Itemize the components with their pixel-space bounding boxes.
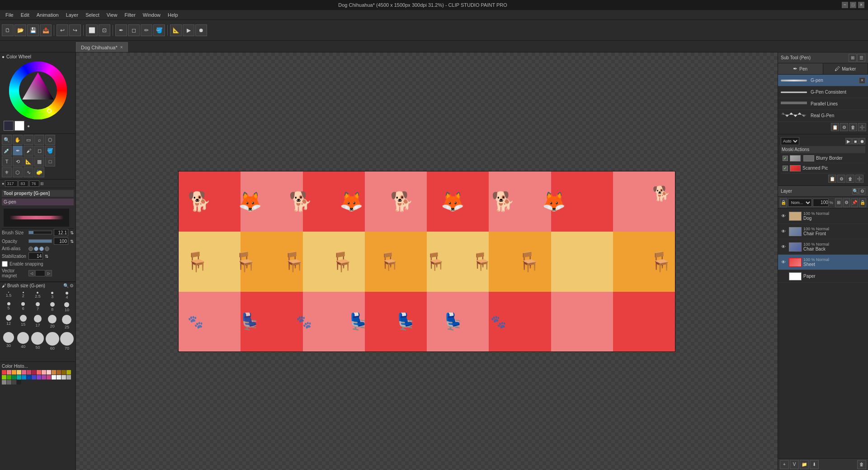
tool-select-rect[interactable]: ▭ bbox=[24, 135, 33, 145]
brush-cell-60[interactable]: 60 bbox=[46, 331, 59, 351]
auto-actions-dropdown[interactable]: Auto bbox=[781, 137, 799, 145]
opacity-slider[interactable] bbox=[28, 239, 52, 243]
menu-help[interactable]: Help bbox=[164, 11, 182, 19]
brush-cell-50[interactable]: 50 bbox=[31, 331, 44, 351]
brush-size-stepper[interactable]: ⇅ bbox=[70, 230, 74, 235]
color-swatch-15[interactable] bbox=[7, 375, 11, 380]
color-expand[interactable]: ⊞ bbox=[40, 181, 44, 186]
layer-delete[interactable]: 🗑 bbox=[857, 460, 866, 469]
layer-chair-front-eye[interactable]: 👁 bbox=[780, 228, 787, 235]
close-button[interactable]: × bbox=[858, 2, 864, 8]
auto-action-rec[interactable]: ⏺ bbox=[859, 138, 865, 144]
color-swatch-6[interactable] bbox=[32, 370, 36, 375]
toolbar-pen[interactable]: ✒ bbox=[115, 24, 127, 36]
toolbar-transform[interactable]: ⬜ bbox=[86, 24, 98, 36]
brush-cell-1-5[interactable]: 1.5 bbox=[2, 291, 15, 300]
brush-cell-2[interactable]: 2 bbox=[16, 291, 30, 300]
brush-cell-15[interactable]: 15 bbox=[16, 314, 30, 330]
aa-copy[interactable]: 📋 bbox=[828, 175, 836, 183]
tool-brush[interactable]: 🖌 bbox=[24, 146, 33, 156]
aa-dot-4[interactable] bbox=[45, 247, 49, 251]
canvas-view[interactable]: 🐕 🦊 🐕 🦊 🐕 🦊 🐕 🦊 🐕 bbox=[178, 171, 675, 352]
tool-zoom[interactable]: 🔍 bbox=[2, 135, 12, 145]
color-swatch-12[interactable] bbox=[61, 370, 66, 375]
layer-lock-all[interactable]: 🔒 bbox=[780, 198, 787, 207]
enable-snapping-checkbox[interactable] bbox=[2, 261, 8, 267]
menu-select[interactable]: Select bbox=[82, 11, 103, 19]
brush-cell-20[interactable]: 20 bbox=[46, 314, 59, 330]
action-scanned-pic[interactable]: Scanned Pic bbox=[781, 163, 865, 173]
toolbar-pencil[interactable]: ✏ bbox=[141, 24, 152, 36]
canvas-tab-main[interactable]: Dog Chihuahua* × bbox=[76, 42, 128, 52]
menu-window[interactable]: Window bbox=[139, 11, 164, 19]
blurry-border-checkbox[interactable] bbox=[783, 156, 788, 161]
color-swatch-16[interactable] bbox=[12, 375, 16, 380]
menu-layer[interactable]: Layer bbox=[62, 11, 82, 19]
layers-search[interactable]: 🔍 bbox=[852, 188, 859, 195]
layer-chair-back-eye[interactable]: 👁 bbox=[780, 243, 787, 251]
toolbar-fill[interactable]: 🪣 bbox=[153, 24, 165, 36]
stabilization-stepper[interactable]: ⇅ bbox=[45, 254, 48, 259]
tool-text[interactable]: T bbox=[2, 157, 12, 166]
action-blurry-border[interactable]: Blurry Border bbox=[781, 153, 865, 163]
brush-cell-5[interactable]: 5 bbox=[2, 301, 15, 313]
color-swatch-8[interactable] bbox=[42, 370, 46, 375]
layer-add-raster[interactable]: + bbox=[780, 460, 789, 469]
g-pen-delete[interactable]: × bbox=[859, 77, 865, 84]
aa-add[interactable]: ➕ bbox=[855, 175, 863, 183]
preset-real-g-pen[interactable]: Real G-Pen bbox=[778, 110, 868, 122]
color-swatch-29[interactable] bbox=[7, 380, 11, 385]
toolbar-open[interactable]: 📂 bbox=[14, 24, 26, 36]
brush-cell-6[interactable]: 6 bbox=[16, 301, 30, 313]
toolbar-save[interactable]: 💾 bbox=[27, 24, 39, 36]
tool-fill[interactable]: 🪣 bbox=[45, 146, 55, 156]
aa-delete[interactable]: 🗑 bbox=[846, 175, 854, 183]
brush-cell-17[interactable]: 17 bbox=[31, 314, 44, 330]
preset-parallel-lines[interactable]: Parallel Lines bbox=[778, 98, 868, 110]
tool-gradient[interactable]: ▦ bbox=[34, 157, 44, 166]
toolbar-redo[interactable]: ↪ bbox=[69, 24, 81, 36]
toolbar-zoom-fit[interactable]: ⊡ bbox=[99, 24, 110, 36]
color-swatch-11[interactable] bbox=[57, 370, 61, 375]
brush-cell-10[interactable]: 10 bbox=[60, 301, 74, 313]
tool-blend[interactable]: ∿ bbox=[24, 167, 33, 177]
menu-file[interactable]: File bbox=[2, 11, 17, 19]
layer-ctrl-2[interactable]: ⚙ bbox=[843, 198, 850, 207]
color-swatch-14[interactable] bbox=[2, 375, 6, 380]
color-swatch-7[interactable] bbox=[37, 370, 41, 375]
brush-size-input[interactable] bbox=[54, 229, 68, 236]
color-swatch-24[interactable] bbox=[52, 375, 56, 380]
color-swatch-2[interactable] bbox=[12, 370, 16, 375]
toolbar-animation-play[interactable]: ▶ bbox=[183, 24, 194, 36]
layer-ctrl-3[interactable]: 📌 bbox=[851, 198, 858, 207]
vector-magnet-btn1[interactable]: ◁ bbox=[28, 270, 35, 276]
preset-g-pen-consistent[interactable]: G-Pen Consistent bbox=[778, 86, 868, 98]
color-swatch-5[interactable] bbox=[27, 370, 31, 375]
sub-tool-btn2[interactable]: ☰ bbox=[857, 54, 865, 62]
brush-size-slider[interactable] bbox=[28, 231, 52, 234]
layer-chair-back[interactable]: 👁 100 % Normal Chair Back bbox=[778, 239, 868, 255]
color-swatch-22[interactable] bbox=[42, 375, 46, 380]
color-swatch-17[interactable] bbox=[17, 375, 21, 380]
color-swatch-13[interactable] bbox=[66, 370, 71, 375]
color-swatch-3[interactable] bbox=[17, 370, 21, 375]
aa-dot-1[interactable] bbox=[28, 247, 33, 251]
tool-sponge[interactable]: 🧽 bbox=[34, 167, 44, 177]
color-swatch-21[interactable] bbox=[37, 375, 41, 380]
vector-magnet-btn2[interactable]: ▷ bbox=[46, 270, 52, 276]
sub-tool-tab-pen[interactable]: ✒ Pen bbox=[778, 63, 823, 74]
tool-decoration[interactable]: ⚜ bbox=[2, 167, 12, 177]
layer-add-vector[interactable]: V bbox=[790, 460, 799, 469]
aa-dot-2[interactable] bbox=[34, 247, 38, 251]
color-swatch-28[interactable] bbox=[2, 380, 6, 385]
auto-action-stop[interactable]: ■ bbox=[852, 138, 859, 144]
color-wheel-container[interactable] bbox=[9, 61, 67, 120]
brush-size-search[interactable]: 🔍 bbox=[63, 283, 69, 288]
sub-tool-settings[interactable]: ⚙ bbox=[840, 123, 848, 131]
toolbar-export[interactable]: 📤 bbox=[40, 24, 52, 36]
brush-cell-4[interactable]: 4 bbox=[60, 291, 74, 300]
color-swatch-30[interactable] bbox=[12, 380, 16, 385]
color-swatch-27[interactable] bbox=[66, 375, 71, 380]
layer-merge[interactable]: ⬇ bbox=[810, 460, 819, 469]
opacity-input[interactable] bbox=[54, 237, 68, 245]
